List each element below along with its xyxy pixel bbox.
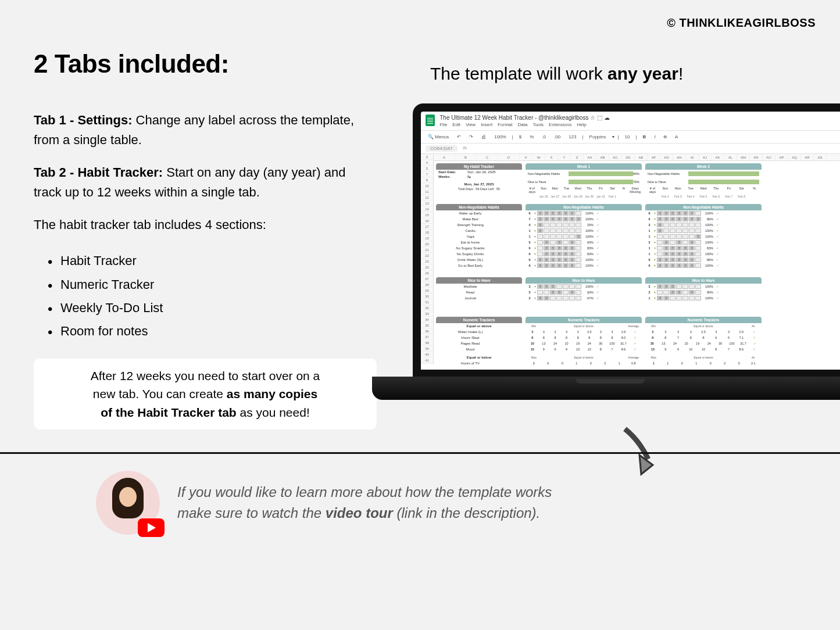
list-item: Room for notes <box>48 321 377 341</box>
week2-summary: Week 2 Non-Negotiable Habits Nice to Hav… <box>645 163 762 199</box>
numeric-week2: Numeric Trackers MinEqual or aboveAv 333… <box>645 317 762 364</box>
description-column: Tab 1 - Settings: Change any label acros… <box>34 110 377 429</box>
menu-bar[interactable]: FileEditViewInsertFormatDataToolsExtensi… <box>439 122 610 127</box>
footer-text: If you would like to learn more about ho… <box>177 482 552 524</box>
laptop-base <box>372 377 840 400</box>
doc-title[interactable]: The Ultimate 12 Week Habit Tracker - @th… <box>439 114 610 121</box>
settings-panel: My Habit Tracker Start Date:Sun, Jan 26,… <box>436 163 522 191</box>
toolbar[interactable]: 🔍 Menus ↶↷🖨 100%| $%.0.00123 |Poppins▾|1… <box>421 131 840 144</box>
copyright-text: © THINKLIKEAGIRLBOSS <box>667 16 816 30</box>
sheets-header: The Ultimate 12 Week Habit Tracker - @th… <box>421 112 840 131</box>
nn-habits-week2: Non-Negotiable Habits 6▾☑☑☑☑☑☑100%✓6▾☑☑☑… <box>645 204 762 269</box>
tab2-description: Tab 2 - Habit Tracker: Start on any day … <box>34 163 377 202</box>
sheets-logo-icon <box>426 114 435 126</box>
tab1-description: Tab 1 - Settings: Change any label acros… <box>34 110 377 150</box>
subheading: The template will work any year! <box>430 64 683 84</box>
footer-cta: If you would like to learn more about ho… <box>0 471 840 535</box>
nn-habits-list: Non-Negotiable Habits Wake up EarlyMake … <box>436 204 522 269</box>
note-callout: After 12 weeks you need to start over on… <box>34 359 377 430</box>
author-avatar <box>96 471 160 535</box>
list-item: Weekly To-Do List <box>48 298 377 318</box>
section-divider <box>0 452 840 454</box>
sections-intro: The habit tracker tab includes 4 section… <box>34 215 377 235</box>
formula-bar[interactable]: CO64:DA7fx <box>421 144 840 154</box>
laptop-mockup: The Ultimate 12 Week Habit Tracker - @th… <box>372 98 840 400</box>
page-title: 2 Tabs included: <box>34 49 229 78</box>
nice-habits-list: Nice to Have MeditateReadJournal <box>436 277 522 301</box>
youtube-icon[interactable] <box>138 518 165 537</box>
list-item: Habit Tracker <box>48 251 377 271</box>
settings-title: My Habit Tracker <box>436 163 522 170</box>
col-headers: ABCDVWXYZAAABACADAEAFAGAHAIAJAKALAMANAOA… <box>434 154 840 161</box>
nn-habits-week1: Non-Negotiable Habits 6▾☑☑☑☑☑☑100%✓7▾☑☑☑… <box>526 204 642 269</box>
laptop-screen: The Ultimate 12 Week Habit Tracker - @th… <box>413 103 840 378</box>
numeric-list: Numeric Trackers Equal or above Water In… <box>436 317 522 364</box>
numeric-week1: Numeric Trackers MinEqual or aboveAverag… <box>526 317 642 364</box>
week1-summary: Week 1 Non-Negotiable Habits84% Nice to … <box>526 163 642 199</box>
nice-habits-week1: Nice to Have 3▾☑☑☑100%✓5▾☑☑☑60%✓3▾☑☑67%✓ <box>526 277 642 301</box>
row-headers: 2457810111213141516171819202122232526272… <box>421 154 434 364</box>
list-item: Numeric Tracker <box>48 275 377 295</box>
sections-list: Habit Tracker Numeric Tracker Weekly To-… <box>48 251 377 341</box>
spreadsheet-grid[interactable]: 2457810111213141516171819202122232526272… <box>421 154 840 364</box>
nice-habits-week2: Nice to Have 3▾☑☑☑100%✓2▾☑☑☑80%✓1▾☑☑100%… <box>645 277 762 301</box>
